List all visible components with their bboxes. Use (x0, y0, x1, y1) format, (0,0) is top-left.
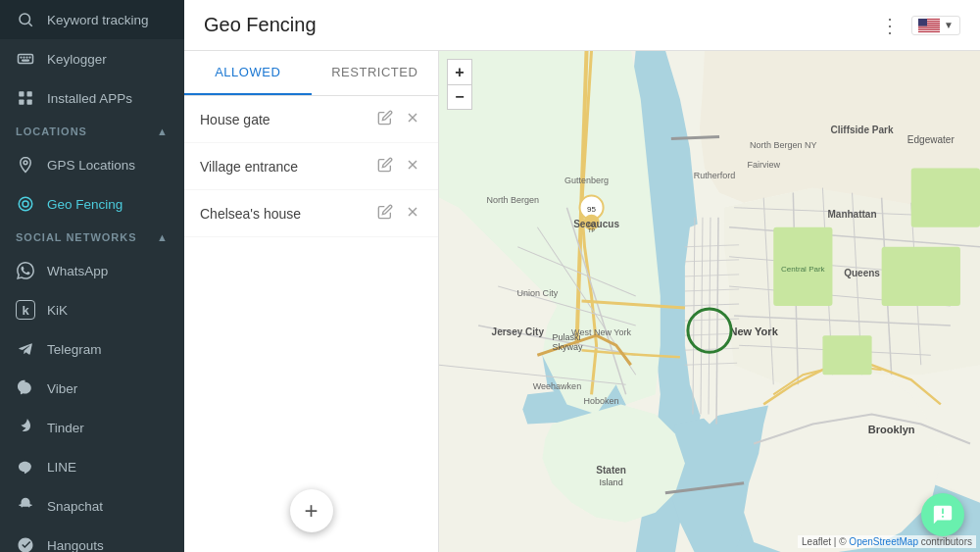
map-attribution: Leaflet | © OpenStreetMap contributors (798, 535, 976, 548)
svg-rect-25 (918, 28, 940, 29)
leaflet-credit: Leaflet | © (802, 536, 849, 547)
chat-fab-button[interactable] (921, 493, 964, 536)
map-svg: 95 NJ TP (439, 51, 980, 552)
locations-section-header[interactable]: LOCATIONS ▲ (0, 118, 184, 145)
map-area[interactable]: 95 NJ TP (439, 51, 980, 552)
sidebar-item-snapchat[interactable]: Snapchat (0, 486, 184, 526)
us-flag-icon (918, 19, 940, 32)
tab-allowed[interactable]: ALLOWED (184, 51, 312, 95)
svg-rect-23 (918, 26, 940, 27)
zoom-out-button[interactable]: − (447, 84, 472, 110)
language-selector-arrow: ▼ (944, 20, 954, 30)
sidebar-item-line[interactable]: LINE (0, 447, 184, 486)
telegram-icon (16, 339, 35, 359)
header: Geo Fencing ⋮ (184, 0, 980, 51)
fence-item-1-name: House gate (200, 112, 375, 127)
svg-rect-9 (27, 91, 32, 96)
svg-text:Guttenberg: Guttenberg (564, 176, 609, 185)
svg-text:Island: Island (600, 477, 623, 487)
fence-item-1-edit-button[interactable] (375, 108, 395, 130)
zoom-in-button[interactable]: + (447, 59, 472, 84)
svg-line-1 (28, 23, 31, 25)
fence-item-3-actions (375, 202, 422, 225)
locations-collapse-icon: ▲ (157, 125, 169, 137)
svg-text:Rutherford: Rutherford (694, 171, 736, 180)
fence-list: House gate (184, 96, 438, 470)
sidebar-item-viber-label: Viber (47, 381, 77, 396)
sidebar-item-gps-locations-label: GPS Locations (47, 158, 135, 173)
sidebar-item-keylogger-label: Keylogger (47, 52, 107, 67)
svg-text:Staten: Staten (596, 465, 626, 476)
add-fence-button[interactable]: + (290, 489, 333, 532)
geo-fencing-icon (16, 194, 35, 214)
svg-text:Skyway: Skyway (552, 342, 583, 352)
svg-rect-8 (19, 91, 24, 96)
sidebar-item-gps-locations[interactable]: GPS Locations (0, 145, 184, 184)
hangouts-icon (16, 535, 35, 552)
page-title: Geo Fencing (204, 14, 317, 36)
sidebar-item-keylogger[interactable]: Keylogger (0, 39, 184, 78)
svg-rect-11 (27, 100, 32, 105)
fence-item-1-delete-button[interactable] (403, 108, 422, 130)
search-icon (16, 10, 35, 29)
language-selector[interactable]: ▼ (911, 16, 960, 35)
fence-item-2-delete-button[interactable] (403, 155, 422, 177)
grid-icon (16, 88, 35, 108)
svg-text:95: 95 (587, 205, 596, 214)
openstreetmap-link[interactable]: OpenStreetMap (849, 536, 918, 547)
tab-restricted[interactable]: RESTRICTED (312, 51, 439, 95)
fence-item-1[interactable]: House gate (184, 96, 438, 143)
sidebar-item-telegram[interactable]: Telegram (0, 329, 184, 369)
viber-icon (16, 378, 35, 398)
fence-item-3[interactable]: Chelsea's house (184, 190, 438, 237)
svg-rect-88 (882, 247, 960, 306)
fence-item-2[interactable]: Village entrance (184, 143, 438, 190)
line-icon (16, 457, 35, 477)
svg-text:Edgewater: Edgewater (907, 134, 956, 145)
svg-text:Queens: Queens (844, 268, 880, 278)
sidebar-item-hangouts[interactable]: Hangouts (0, 526, 184, 552)
sidebar-item-installed-apps-label: Installed APPs (47, 91, 132, 106)
sidebar-item-whatsapp[interactable]: WhatsApp (0, 251, 184, 290)
svg-rect-89 (822, 335, 871, 375)
whatsapp-icon (16, 261, 35, 280)
svg-text:West New York: West New York (571, 327, 631, 337)
svg-text:North Bergen NY: North Bergen NY (750, 140, 817, 150)
svg-text:Fairview: Fairview (747, 161, 780, 171)
more-options-button[interactable]: ⋮ (876, 10, 904, 41)
svg-point-0 (20, 14, 30, 25)
svg-rect-10 (19, 100, 24, 105)
sidebar-item-geo-fencing[interactable]: Geo Fencing (0, 184, 184, 224)
snapchat-icon (16, 496, 35, 516)
svg-text:Union City: Union City (517, 288, 559, 298)
svg-rect-90 (911, 169, 980, 227)
map-controls: + − (447, 59, 472, 110)
svg-rect-27 (918, 19, 927, 26)
svg-text:Brooklyn: Brooklyn (868, 424, 915, 435)
sidebar-item-viber[interactable]: Viber (0, 369, 184, 408)
sidebar-item-installed-apps[interactable]: Installed APPs (0, 78, 184, 118)
main-content: Geo Fencing ⋮ (184, 0, 980, 552)
fence-item-3-delete-button[interactable] (403, 202, 422, 225)
fence-item-2-edit-button[interactable] (375, 155, 395, 177)
svg-rect-24 (918, 27, 940, 28)
keylogger-icon (16, 49, 35, 69)
fence-item-3-name: Chelsea's house (200, 206, 375, 222)
geo-fencing-tabs: ALLOWED RESTRICTED (184, 51, 438, 96)
sidebar-item-keyword-tracking[interactable]: Keyword tracking (0, 0, 184, 39)
svg-text:Central Park: Central Park (781, 265, 826, 274)
sidebar-item-telegram-label: Telegram (47, 342, 102, 357)
social-networks-section-header[interactable]: SOCIAL NETWORKS ▲ (0, 224, 184, 251)
svg-text:Hoboken: Hoboken (584, 396, 619, 406)
svg-text:Manhattan: Manhattan (827, 209, 876, 220)
social-networks-section-label: SOCIAL NETWORKS (16, 231, 137, 243)
svg-text:North Bergen: North Bergen (486, 195, 539, 205)
fence-item-2-actions (375, 155, 422, 177)
sidebar-item-tinder[interactable]: Tinder (0, 408, 184, 447)
sidebar-item-kik[interactable]: k KiK (0, 290, 184, 329)
fence-item-3-edit-button[interactable] (375, 202, 395, 225)
sidebar-item-line-label: LINE (47, 460, 76, 475)
contributors-text: contributors (921, 536, 972, 547)
sidebar: Keyword tracking Keylogger Installed APP (0, 0, 184, 552)
fence-item-2-name: Village entrance (200, 159, 375, 175)
